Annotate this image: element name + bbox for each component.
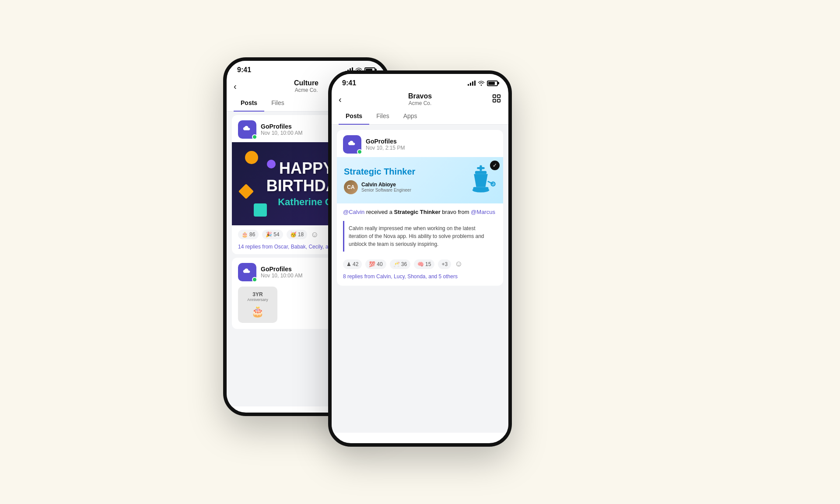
reaction-emoji-2: 🎉 — [266, 231, 272, 238]
company-subtitle-front: Acme Co. — [408, 100, 432, 106]
channel-title-front: Bravos — [408, 92, 432, 100]
svg-point-11 — [492, 183, 494, 185]
reaction-emoji-1: 🎂 — [242, 231, 248, 238]
status-time-front: 9:41 — [342, 79, 356, 87]
goprofiles-avatar-back — [238, 120, 256, 139]
reaction-count-2: 54 — [273, 231, 279, 238]
reaction-more-label: +3 — [441, 261, 448, 267]
layout-icon-front — [492, 94, 501, 103]
bravo-text-middle: received a Strategic Thinker bravo from — [366, 209, 471, 215]
bravo-text: @Calvin received a Strategic Thinker bra… — [337, 203, 503, 221]
reaction-emoji-100: 💯 — [369, 261, 375, 267]
svg-point-8 — [472, 188, 490, 192]
reaction-emoji-3: 🥳 — [290, 231, 297, 238]
cloud-logo-back2 — [242, 267, 252, 277]
anniversary-years: 3YR — [243, 292, 272, 297]
signal-icon-front — [468, 80, 476, 86]
svg-rect-1 — [497, 94, 500, 97]
tab-files-front[interactable]: Files — [369, 108, 396, 125]
reaction-count-3: 18 — [298, 231, 304, 238]
bravo-right-content: ✓ — [466, 164, 496, 196]
calvin-info: Calvin Abioye Senior Software Engineer — [361, 182, 411, 192]
back-button-back[interactable]: ‹ — [234, 81, 237, 91]
action-button-front[interactable] — [492, 94, 501, 105]
header-front: ‹ Bravos Acme Co. — [332, 89, 508, 108]
svg-rect-0 — [493, 94, 496, 97]
online-indicator-back — [252, 134, 257, 140]
header-title-group-front: Bravos Acme Co. — [408, 92, 432, 106]
channel-title-back: Culture — [294, 79, 318, 87]
tabs-front: Posts Files Apps — [332, 108, 508, 125]
reaction-chip-toast[interactable]: 🥂 36 — [390, 259, 410, 269]
svg-rect-3 — [497, 99, 500, 102]
svg-rect-5 — [480, 165, 482, 171]
reaction-count-toast: 36 — [401, 261, 407, 267]
tab-posts-back[interactable]: Posts — [234, 95, 264, 112]
calvin-title: Senior Software Engineer — [361, 188, 411, 192]
back-button-front[interactable]: ‹ — [339, 94, 342, 105]
goprofiles-avatar-front — [343, 135, 361, 154]
add-reaction-back[interactable]: ☺ — [311, 230, 318, 239]
bravo-left-content: Strategic Thinker CA Calvin Abioye Senio… — [344, 167, 415, 194]
bravo-title: Strategic Thinker — [344, 167, 415, 177]
post-time-front: Nov 10, 2:15 PM — [366, 145, 497, 151]
cloud-logo-back — [242, 125, 252, 134]
mention-marcus[interactable]: @Marcus — [471, 209, 495, 215]
post-meta-front: GoProfiles Nov 10, 2:15 PM — [366, 138, 497, 151]
tab-files-back[interactable]: Files — [264, 95, 291, 112]
reaction-chip-more[interactable]: +3 — [438, 259, 451, 269]
confetti-1 — [245, 151, 258, 164]
reactions-row-front: ♟ 42 💯 40 🥂 36 🧠 15 — [337, 255, 503, 273]
content-front: GoProfiles Nov 10, 2:15 PM Strategic Thi… — [332, 125, 508, 433]
phone-front: 9:41 ‹ Bravos Acme Co. — [328, 70, 512, 447]
reaction-chip-brain[interactable]: 🧠 15 — [414, 259, 434, 269]
reaction-chip-2[interactable]: 🎉 54 — [262, 230, 283, 239]
poster-name-front: GoProfiles — [366, 138, 497, 145]
replies-text-front[interactable]: 8 replies from Calvin, Lucy, Shonda, and… — [337, 273, 503, 284]
company-subtitle-back: Acme Co. — [294, 87, 318, 93]
header-title-group-back: Culture Acme Co. — [294, 79, 318, 93]
status-time-back: 9:41 — [237, 66, 251, 74]
calvin-avatar: CA — [344, 180, 358, 194]
add-reaction-front[interactable]: ☺ — [455, 259, 462, 269]
phones-container: 9:41 ‹ Culture Acme Co. — [223, 44, 617, 460]
svg-rect-2 — [493, 99, 496, 102]
bravo-post-card: GoProfiles Nov 10, 2:15 PM Strategic Thi… — [337, 130, 503, 286]
cloud-logo-front — [347, 140, 357, 149]
strategic-thinker-banner: Strategic Thinker CA Calvin Abioye Senio… — [337, 157, 503, 203]
status-bar-front: 9:41 — [332, 74, 508, 89]
goprofiles-avatar-back2 — [238, 263, 256, 281]
reaction-chip-100[interactable]: 💯 40 — [365, 259, 386, 269]
anniversary-label: Anniversary — [243, 298, 272, 302]
online-indicator-back2 — [252, 277, 257, 282]
tab-apps-front[interactable]: Apps — [396, 108, 424, 125]
reaction-count-100: 40 — [377, 261, 382, 267]
status-icons-front — [468, 80, 498, 86]
cake-icon: 🎂 — [243, 305, 272, 318]
reaction-chip-1[interactable]: 🎂 86 — [238, 230, 259, 239]
confetti-3 — [238, 184, 254, 199]
reaction-emoji-brain: 🧠 — [417, 261, 424, 267]
svg-rect-6 — [475, 171, 486, 174]
reaction-chip-3[interactable]: 🥳 18 — [287, 230, 307, 239]
wifi-icon-front — [478, 80, 485, 86]
online-indicator-front — [357, 149, 362, 154]
reaction-chip-chess[interactable]: ♟ 42 — [343, 259, 362, 269]
tab-posts-front[interactable]: Posts — [339, 108, 369, 125]
bravo-quote: Calvin really impressed me when working … — [343, 221, 497, 252]
check-badge: ✓ — [490, 161, 500, 170]
person-chip: CA Calvin Abioye Senior Software Enginee… — [344, 180, 415, 194]
anniversary-badge: 3YR Anniversary 🎂 — [238, 287, 277, 323]
confetti-4 — [254, 203, 267, 217]
mention-calvin[interactable]: @Calvin — [343, 209, 364, 215]
calvin-name: Calvin Abioye — [361, 182, 411, 188]
reaction-count-brain: 15 — [425, 261, 431, 267]
battery-icon-front — [487, 80, 498, 86]
bravo-post-header: GoProfiles Nov 10, 2:15 PM — [337, 130, 503, 157]
reaction-emoji-toast: 🥂 — [393, 261, 400, 267]
reaction-count-1: 86 — [249, 231, 255, 238]
reaction-count-chess: 42 — [353, 261, 358, 267]
reaction-emoji-chess: ♟ — [346, 261, 351, 267]
